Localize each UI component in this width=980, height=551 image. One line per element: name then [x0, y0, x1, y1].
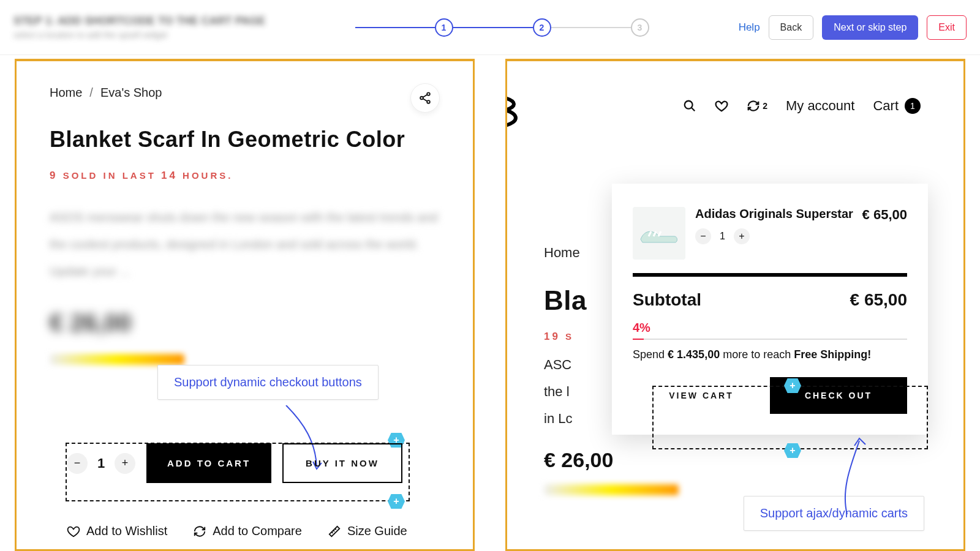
sold-mid: SOLD IN LAST: [63, 170, 156, 181]
free-shipping-text: Spend € 1.435,00 more to reach Free Ship…: [633, 348, 907, 361]
refresh-icon: [747, 99, 760, 113]
add-to-cart-row: − 1 + ADD TO CART BUY IT NOW: [67, 443, 402, 483]
product-row-blurred: [50, 354, 184, 365]
aux-links: Add to Wishlist Add to Compare Size Guid…: [67, 524, 407, 538]
callout-ajax-carts: Support ajax/dynamic carts: [744, 496, 924, 531]
step-3[interactable]: 3: [631, 18, 649, 37]
sizeguide-label: Size Guide: [347, 524, 407, 538]
compare-count: 2: [763, 101, 767, 111]
share-icon: [418, 91, 432, 105]
topbar-actions: Help Back Next or skip step Exit: [739, 15, 967, 40]
heart-icon: [67, 525, 80, 538]
compare-label: Add to Compare: [213, 524, 302, 538]
next-button[interactable]: Next or skip step: [822, 15, 918, 40]
qty-increase[interactable]: +: [115, 453, 135, 474]
highlight-cart-actions: [652, 386, 928, 449]
sold-counter: 9 SOLD IN LAST 14 HOURS.: [50, 170, 440, 182]
ship-goal: Free Shipping!: [794, 348, 871, 361]
wishlist-link[interactable]: Add to Wishlist: [67, 524, 167, 538]
cart-item-thumbnail[interactable]: [633, 207, 685, 260]
product-title: Blanket Scarf In Geometric Color: [50, 127, 440, 152]
cart-link[interactable]: Cart 1: [873, 98, 921, 114]
breadcrumb-home[interactable]: Home: [50, 86, 82, 100]
my-account-link[interactable]: My account: [786, 98, 855, 114]
search-icon: [683, 99, 696, 113]
left-panel: Home / Eva's Shop Blanket Scarf In Geome…: [15, 59, 475, 551]
cart-divider: [633, 273, 907, 277]
back-button[interactable]: Back: [769, 15, 814, 40]
cart-item-name[interactable]: Adidas Originals Superstar: [695, 207, 862, 221]
topbar-subtitle: select a location to add the upsell widg…: [13, 30, 265, 40]
breadcrumb: Home / Eva's Shop: [50, 86, 440, 100]
subtotal-label: Subtotal: [633, 290, 701, 310]
size-guide-link[interactable]: Size Guide: [328, 524, 407, 538]
heart-icon: [715, 99, 728, 113]
qty-decrease[interactable]: −: [67, 453, 88, 474]
preview-stage: Home / Eva's Shop Blanket Scarf In Geome…: [0, 55, 980, 551]
sold-tail-right: S: [565, 331, 574, 342]
step-2[interactable]: 2: [533, 18, 551, 37]
cart-subtotal-row: Subtotal € 65,00: [633, 290, 907, 310]
ruler-icon: [328, 525, 341, 538]
free-shipping-percent: 4%: [633, 321, 907, 335]
sold-count: 9: [50, 170, 58, 181]
step-1[interactable]: 1: [435, 18, 453, 37]
help-link[interactable]: Help: [739, 21, 760, 34]
subtotal-value: € 65,00: [850, 290, 907, 310]
right-panel: 2 My account Cart 1 Home Bla 19 S ASC th…: [505, 59, 965, 551]
product-description-blurred: ASOS menswear shuts down the new season …: [50, 204, 440, 285]
ship-mid: more to reach: [723, 348, 791, 361]
plus-badge-bottom-right[interactable]: +: [784, 443, 801, 458]
topbar-title: STEP 1: ADD SHORTCODE TO THE CART PAGE: [13, 15, 265, 28]
top-bar: STEP 1: ADD SHORTCODE TO THE CART PAGE s…: [0, 0, 980, 55]
cart-qty-increase[interactable]: +: [734, 228, 750, 244]
qty-value: 1: [88, 455, 115, 471]
cart-count-badge: 1: [905, 98, 921, 114]
logo-fragment: [505, 92, 523, 135]
sold-tail: HOURS.: [183, 170, 233, 181]
product-price-right: € 26,00: [544, 448, 927, 472]
share-button[interactable]: [410, 83, 440, 113]
sold-hours: 14: [161, 170, 178, 181]
buy-it-now-button[interactable]: BUY IT NOW: [282, 443, 402, 483]
add-to-cart-button[interactable]: ADD TO CART: [146, 443, 271, 483]
breadcrumb-home-right[interactable]: Home: [544, 245, 580, 261]
compare-button[interactable]: 2: [747, 99, 767, 113]
refresh-icon: [193, 525, 206, 538]
ship-prefix: Spend: [633, 348, 665, 361]
breadcrumb-sep: /: [89, 86, 93, 100]
cart-qty-decrease[interactable]: −: [695, 228, 711, 244]
plus-badge-bottom[interactable]: +: [388, 494, 405, 509]
cart-label: Cart: [873, 98, 899, 114]
step-line-1: [355, 27, 435, 28]
wishlist-label: Add to Wishlist: [86, 524, 167, 538]
cart-item-price: € 65,00: [862, 207, 907, 223]
step-line-2: [453, 27, 533, 28]
compare-link[interactable]: Add to Compare: [193, 524, 302, 538]
store-header: 2 My account Cart 1: [683, 98, 921, 114]
svg-point-3: [685, 101, 693, 109]
search-button[interactable]: [683, 99, 696, 113]
ship-amount: € 1.435,00: [668, 348, 720, 361]
cart-item-qty: − 1 +: [695, 228, 862, 244]
sold-count-right: 19: [544, 331, 560, 342]
callout-dynamic-checkout: Support dynamic checkout buttons: [157, 365, 379, 400]
step-line-3: [551, 27, 631, 28]
stepper: 1 2 3: [355, 18, 649, 37]
breadcrumb-shop[interactable]: Eva's Shop: [100, 86, 162, 100]
quantity-stepper: − 1 +: [67, 453, 135, 474]
free-shipping-progress: 4% Spend € 1.435,00 more to reach Free S…: [633, 321, 907, 361]
shoe-icon: [638, 218, 680, 249]
plus-badge-top-right[interactable]: +: [784, 378, 801, 393]
topbar-title-block: STEP 1: ADD SHORTCODE TO THE CART PAGE s…: [13, 15, 265, 40]
product-row-blurred-right: [544, 484, 679, 495]
wishlist-button[interactable]: [715, 99, 728, 113]
free-shipping-bar: [633, 339, 907, 340]
product-price-blurred: € 26,00: [50, 309, 440, 337]
cart-qty-value: 1: [720, 231, 725, 242]
exit-button[interactable]: Exit: [927, 15, 967, 40]
